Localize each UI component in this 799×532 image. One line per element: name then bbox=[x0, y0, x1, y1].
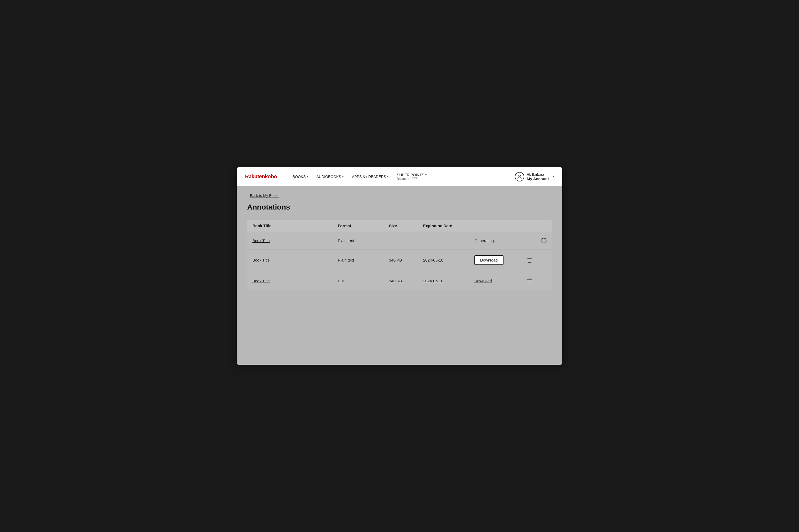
logo-rakuten: Rakuten bbox=[245, 174, 265, 179]
table-row: Book Title PDF 340 KB 2024-05-10 Downloa… bbox=[247, 271, 552, 290]
account-greeting: Hi, Barbara bbox=[527, 172, 549, 176]
account-label: My Account bbox=[527, 176, 549, 181]
nav-label-audiobooks: AUDIOBOOKS bbox=[317, 175, 341, 179]
nav-label-ebooks: eBOOKS bbox=[290, 175, 306, 179]
row2-download-cell: Download bbox=[474, 255, 526, 265]
row2-book-title-link[interactable]: Book Title bbox=[252, 258, 270, 262]
nav-item-audiobooks[interactable]: AUDIOBOOKS ▾ bbox=[313, 172, 347, 181]
account-text: Hi, Barbara My Account bbox=[527, 172, 549, 181]
app-frame: Rakutenkobo eBOOKS ▾ AUDIOBOOKS ▾ APPS &… bbox=[237, 167, 562, 365]
row1-book-title: Book Title bbox=[252, 239, 338, 243]
row2-delete-cell bbox=[526, 256, 547, 264]
logo-kobo: kobo bbox=[265, 174, 277, 179]
nav: eBOOKS ▾ AUDIOBOOKS ▾ APPS & eREADERS ▾ … bbox=[287, 172, 515, 182]
chevron-down-icon-apps: ▾ bbox=[387, 175, 388, 178]
table-header: Book Title Format Size Expiration Date bbox=[247, 220, 552, 232]
svg-point-0 bbox=[518, 175, 520, 177]
row3-book-title: Book Title bbox=[252, 279, 338, 283]
download-link[interactable]: Download bbox=[474, 279, 492, 283]
account-avatar-icon bbox=[515, 172, 524, 182]
nav-label-apps: APPS & eREADERS bbox=[352, 175, 386, 179]
col-header-action bbox=[474, 224, 526, 228]
row2-size: 340 KB bbox=[389, 258, 423, 262]
nav-label-super-points: SUPER POINTS ▾ bbox=[397, 173, 426, 177]
download-button-highlighted[interactable]: Download bbox=[474, 255, 503, 265]
col-header-book-title: Book Title bbox=[252, 224, 338, 228]
chevron-down-icon-account: ▾ bbox=[553, 175, 554, 178]
logo[interactable]: Rakutenkobo bbox=[245, 174, 277, 179]
breadcrumb-chevron-icon: ‹ bbox=[247, 194, 248, 198]
main-content: ‹ Back to My Books Annotations Book Titl… bbox=[237, 186, 562, 365]
page-title: Annotations bbox=[247, 203, 552, 211]
delete-button[interactable] bbox=[526, 277, 533, 285]
breadcrumb: ‹ Back to My Books bbox=[247, 193, 552, 198]
trash-icon bbox=[527, 257, 532, 263]
col-header-size: Size bbox=[389, 224, 423, 228]
row3-expiration-date: 2024-05-10 bbox=[423, 279, 474, 283]
row3-book-title-link[interactable]: Book Title bbox=[252, 279, 270, 283]
trash-icon bbox=[527, 278, 532, 284]
nav-item-super-points[interactable]: SUPER POINTS ▾ Balance: 1927 bbox=[394, 172, 430, 182]
generating-text: Generating... bbox=[474, 239, 497, 243]
chevron-down-icon-ebooks: ▾ bbox=[307, 175, 308, 178]
row1-spinner-cell bbox=[526, 238, 547, 243]
col-header-format: Format bbox=[338, 224, 389, 228]
nav-item-ebooks[interactable]: eBOOKS ▾ bbox=[287, 172, 311, 181]
row3-delete-cell bbox=[526, 277, 547, 285]
row1-generating-status: Generating... bbox=[474, 239, 526, 243]
loading-spinner-icon bbox=[541, 238, 547, 243]
chevron-down-icon-super-points: ▾ bbox=[425, 173, 426, 176]
row2-format: Plain text bbox=[338, 258, 389, 262]
chevron-down-icon-audiobooks: ▾ bbox=[342, 175, 344, 178]
table-row: Book Title Plain text Generating... bbox=[247, 232, 552, 249]
col-header-expiration-date: Expiration Date bbox=[423, 224, 474, 228]
account-menu[interactable]: Hi, Barbara My Account ▾ bbox=[515, 172, 554, 182]
back-to-my-books-link[interactable]: Back to My Books bbox=[250, 193, 279, 198]
row3-size: 340 KB bbox=[389, 279, 423, 283]
table-row: Book Title Plain text 340 KB 2024-05-10 … bbox=[247, 249, 552, 271]
row3-format: PDF bbox=[338, 279, 389, 283]
nav-item-apps[interactable]: APPS & eREADERS ▾ bbox=[349, 172, 392, 181]
row3-download-cell: Download bbox=[474, 279, 526, 283]
row1-format: Plain text bbox=[338, 239, 389, 243]
header: Rakutenkobo eBOOKS ▾ AUDIOBOOKS ▾ APPS &… bbox=[237, 167, 562, 186]
col-header-delete bbox=[526, 224, 547, 228]
super-points-balance: Balance: 1927 bbox=[397, 177, 426, 180]
delete-button[interactable] bbox=[526, 256, 533, 264]
annotations-table: Book Title Format Size Expiration Date B… bbox=[247, 220, 552, 290]
row2-expiration-date: 2024-05-10 bbox=[423, 258, 474, 262]
row2-book-title: Book Title bbox=[252, 258, 338, 262]
row1-book-title-link[interactable]: Book Title bbox=[252, 239, 270, 243]
